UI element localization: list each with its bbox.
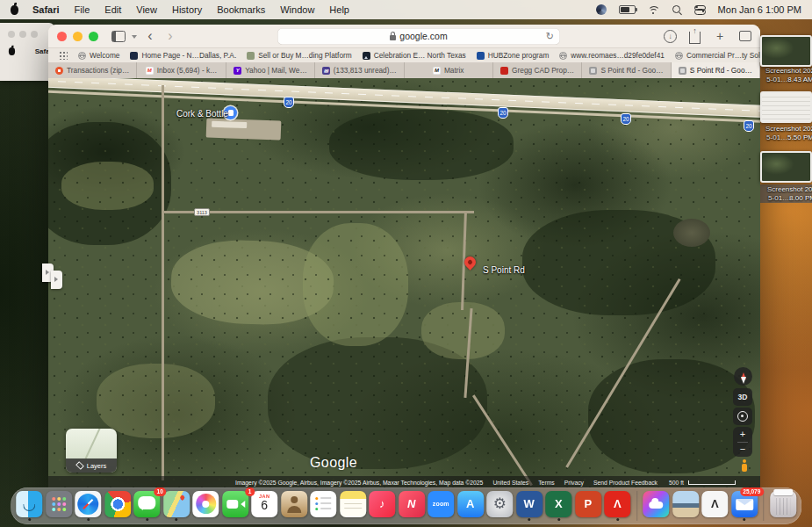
- tab-title: Yahoo | Mail, We…: [245, 66, 307, 75]
- zoom-window-button[interactable]: [89, 32, 98, 41]
- back-button[interactable]: ‹: [143, 28, 157, 44]
- tab-matrix[interactable]: MMatrix: [405, 62, 493, 78]
- spotlight-icon[interactable]: [672, 5, 682, 15]
- photos-icon: [192, 491, 219, 517]
- share-button[interactable]: ↑: [689, 32, 701, 44]
- layers-button[interactable]: Layers: [66, 429, 117, 473]
- site-favicon: [363, 52, 370, 60]
- s-point-rd: [472, 395, 533, 487]
- tab-bar: Transactions (zip… MInbox (5,694) - k… Y…: [48, 62, 760, 78]
- tab-gmail-inbox[interactable]: MInbox (5,694) - k…: [137, 62, 226, 78]
- feedback-link[interactable]: Send Product Feedback: [593, 480, 658, 486]
- tab-gregg-cad[interactable]: Gregg CAD Prop…: [493, 62, 582, 78]
- downloads-button[interactable]: ↓: [664, 30, 677, 43]
- menu-history[interactable]: History: [172, 4, 202, 15]
- dock-contacts[interactable]: [280, 491, 307, 517]
- menu-file[interactable]: File: [75, 4, 90, 15]
- dock-chrome[interactable]: [104, 491, 131, 517]
- menu-bookmarks[interactable]: Bookmarks: [217, 4, 265, 15]
- privacy-link[interactable]: Privacy: [564, 480, 584, 486]
- dock-finder[interactable]: [16, 491, 43, 522]
- dock-word[interactable]: W: [515, 491, 543, 522]
- bookmark-home-page[interactable]: Home Page - N…Dallas, P.A.: [130, 51, 236, 60]
- address-bar[interactable]: google.com ↻: [277, 28, 560, 45]
- close-button[interactable]: [57, 32, 67, 41]
- dock-excel[interactable]: X: [545, 491, 572, 522]
- 3d-toggle-button[interactable]: 3D: [733, 388, 752, 406]
- cork-and-bottle-label[interactable]: Cork & Bottle: [176, 109, 228, 119]
- dock-powerpoint[interactable]: P: [574, 491, 601, 517]
- dock-music[interactable]: ♪: [369, 491, 396, 517]
- bookmark-commercial[interactable]: Commercial Pr…ty Solutions: [675, 51, 760, 60]
- menu-app-name[interactable]: Safari: [32, 4, 60, 15]
- bookmark-celebration[interactable]: Celebration E… North Texas: [363, 51, 466, 60]
- dock-calendar[interactable]: JAN6: [251, 491, 278, 517]
- desktop: Safari File Edit View History Bookmarks …: [0, 0, 812, 527]
- safari-icon: [75, 491, 101, 517]
- pegman-street-view[interactable]: [740, 459, 748, 472]
- menu-edit[interactable]: Edit: [104, 4, 121, 15]
- dock-trash[interactable]: [769, 491, 796, 517]
- dock-zoom[interactable]: zoom: [428, 491, 455, 517]
- tab-title: Inbox (5,694) - k…: [157, 66, 218, 75]
- zoom-in-button[interactable]: +: [740, 428, 745, 442]
- bookmark-label: Welcome: [90, 51, 119, 60]
- field-patch: [421, 302, 505, 359]
- scale-label: 500 ft: [669, 480, 684, 486]
- bookmark-reomaes[interactable]: www.reomaes…d29fe0def41: [559, 51, 665, 60]
- dock-mail[interactable]: 25,079: [730, 491, 758, 522]
- dock-acrobat[interactable]: Λ: [604, 491, 631, 522]
- dock-messages[interactable]: 10: [133, 491, 161, 522]
- chevron-down-icon[interactable]: [132, 35, 137, 41]
- screenshot-file-3[interactable]: [760, 151, 812, 183]
- menu-clock[interactable]: Mon Jan 6 1:00 PM: [718, 4, 801, 15]
- dock-facetime[interactable]: 1: [221, 491, 248, 517]
- background-window[interactable]: Safari: [0, 23, 54, 81]
- bookmark-sell-or-buy[interactable]: Sell or Buy M…ding Platform: [247, 51, 352, 60]
- dock-pictures[interactable]: [672, 491, 699, 517]
- tab-transactions[interactable]: Transactions (zip…: [48, 62, 137, 78]
- dock-system-settings[interactable]: ⚙: [486, 491, 514, 517]
- compass-control[interactable]: [734, 367, 752, 386]
- reload-icon[interactable]: ↻: [546, 31, 554, 42]
- dock-app-store[interactable]: A: [456, 491, 484, 517]
- bookmark-hubzone[interactable]: HUBZone program: [477, 51, 550, 60]
- control-center-icon[interactable]: [694, 5, 706, 15]
- menu-extra-app-icon[interactable]: [596, 4, 607, 15]
- tab-overview-button[interactable]: [739, 31, 751, 41]
- menu-window[interactable]: Window: [280, 4, 314, 15]
- acrobat-reader-icon: Λ: [701, 491, 728, 517]
- google-maps-satellite-view[interactable]: Cork & Bottle 20 20 20 20 3113 S Point R…: [48, 78, 760, 487]
- wifi-icon[interactable]: [648, 5, 660, 14]
- tab-s-point-rd-active[interactable]: S Point Rd - Goo…: [672, 62, 760, 78]
- my-location-button[interactable]: [733, 408, 752, 425]
- zoom-out-button[interactable]: −: [740, 443, 745, 457]
- dock-news[interactable]: N: [398, 491, 425, 517]
- maps-icon: [163, 491, 190, 517]
- tab-s-point-rd-1[interactable]: S Point Rd - Goo…: [582, 62, 671, 78]
- menu-help[interactable]: Help: [329, 4, 349, 15]
- dock-photos[interactable]: [192, 491, 219, 517]
- terms-link[interactable]: Terms: [538, 480, 555, 486]
- dock-creative-cloud[interactable]: [643, 491, 670, 517]
- dock-notes[interactable]: [339, 491, 366, 517]
- forward-button[interactable]: ›: [163, 28, 177, 44]
- frequently-visited-icon[interactable]: [59, 51, 68, 60]
- minimize-button[interactable]: [73, 32, 83, 41]
- menu-view[interactable]: View: [136, 4, 157, 15]
- screenshot-file-2[interactable]: [760, 91, 812, 123]
- dock-maps[interactable]: [162, 491, 190, 522]
- apple-menu-icon[interactable]: [11, 5, 18, 15]
- tab-unread-mail[interactable]: ✉(133,813 unread)…: [315, 62, 404, 78]
- bookmark-welcome[interactable]: Welcome: [78, 51, 119, 60]
- dock-launchpad[interactable]: [45, 491, 72, 517]
- battery-icon[interactable]: [619, 5, 636, 14]
- dock-acrobat-reader[interactable]: Λ: [701, 491, 729, 517]
- dock-safari[interactable]: [75, 491, 102, 522]
- sidebar-toggle-button[interactable]: [111, 28, 126, 44]
- new-tab-button[interactable]: +: [713, 28, 727, 44]
- screenshot-file-1[interactable]: [760, 35, 812, 67]
- tab-yahoo-mail[interactable]: YYahoo | Mail, We…: [226, 62, 315, 78]
- side-panel-pull-tab[interactable]: [51, 271, 62, 289]
- dock-reminders[interactable]: [310, 491, 337, 517]
